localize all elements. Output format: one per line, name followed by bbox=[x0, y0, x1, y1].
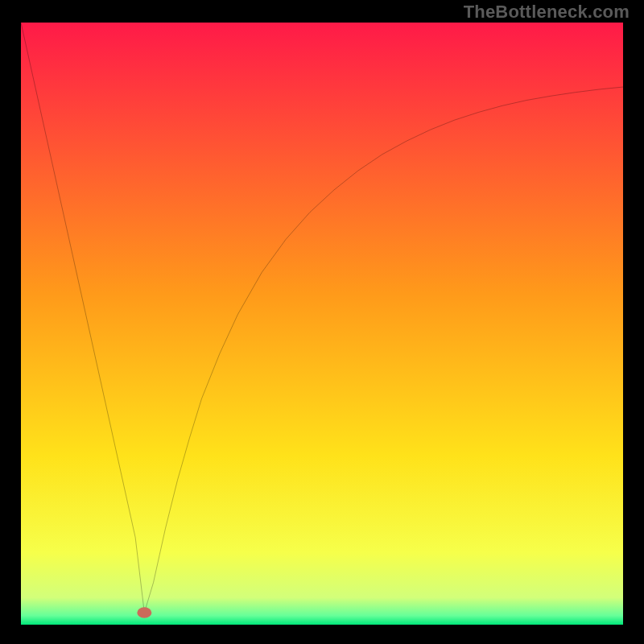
bottleneck-plot bbox=[21, 23, 623, 625]
minimum-marker bbox=[137, 607, 151, 617]
plot-background bbox=[21, 23, 623, 625]
watermark-text: TheBottleneck.com bbox=[464, 2, 630, 23]
chart-frame: TheBottleneck.com bbox=[0, 0, 644, 644]
